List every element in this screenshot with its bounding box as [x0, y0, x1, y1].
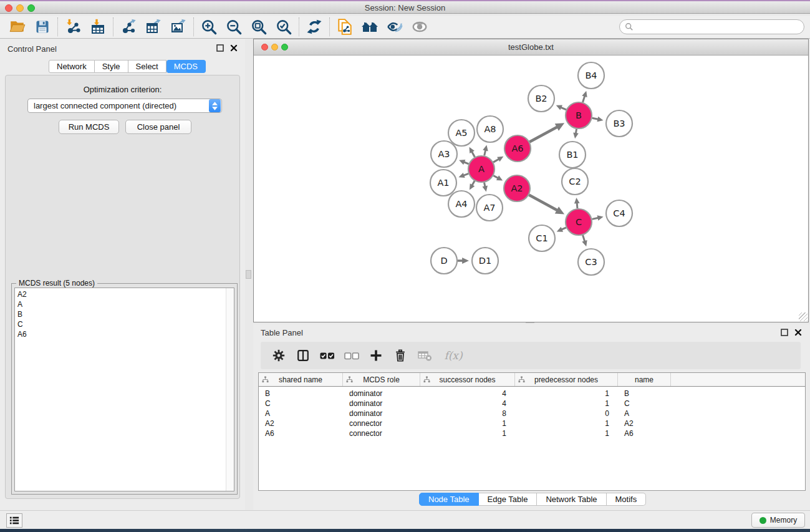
close-panel-icon[interactable]	[230, 44, 238, 52]
tab-network-table[interactable]: Network Table	[537, 493, 606, 506]
memory-button[interactable]: Memory	[751, 513, 805, 528]
edge-A-A6[interactable]	[493, 159, 499, 162]
close-panel-button[interactable]: Close panel	[125, 120, 191, 134]
column-header-shared-name[interactable]: shared name	[259, 373, 343, 386]
add-icon[interactable]	[367, 346, 385, 365]
cell-predecessor-nodes[interactable]: 0	[515, 409, 618, 418]
float-table-panel-icon[interactable]	[781, 329, 788, 336]
vertical-split-divider[interactable]	[245, 39, 253, 510]
edge-B-B4[interactable]	[583, 96, 585, 102]
cell-predecessor-nodes[interactable]: 1	[515, 399, 618, 409]
edge-A-A8[interactable]	[485, 150, 486, 156]
show-column-icon[interactable]	[294, 346, 312, 365]
cell-MCDS-role[interactable]: connector	[343, 418, 420, 428]
network-window-titlebar[interactable]: testGlobe.txt	[254, 39, 808, 56]
cell-name[interactable]: A6	[618, 428, 671, 438]
cell-successor-nodes[interactable]: 4	[420, 389, 515, 399]
tab-motifs[interactable]: Motifs	[607, 493, 647, 506]
edge-A2-C[interactable]	[529, 195, 557, 211]
edge-A-A1[interactable]	[463, 173, 468, 175]
home-layout-icon[interactable]	[357, 17, 382, 37]
task-history-button[interactable]	[6, 513, 22, 528]
refresh-icon[interactable]	[302, 17, 327, 37]
edge-B-B1[interactable]	[576, 129, 576, 133]
table-row[interactable]: Cdominator41C	[259, 399, 805, 409]
table-row[interactable]: Adominator80A	[259, 409, 805, 418]
edge-C-C1[interactable]	[561, 228, 566, 230]
mcds-result-item[interactable]: B	[15, 309, 234, 319]
export-table-icon[interactable]	[141, 17, 166, 37]
edge-C-C4[interactable]	[592, 218, 599, 219]
delete-icon[interactable]	[391, 346, 410, 365]
show-graphics-details-icon[interactable]	[382, 17, 407, 37]
edge-C-C2[interactable]	[577, 203, 577, 208]
mcds-result-item[interactable]: C	[15, 319, 234, 329]
save-session-icon[interactable]	[30, 17, 55, 37]
delete-table-icon[interactable]	[415, 346, 434, 365]
float-panel-icon[interactable]	[216, 44, 224, 52]
tab-style[interactable]: Style	[95, 60, 128, 73]
edge-A-A3[interactable]	[464, 162, 469, 164]
cell-MCDS-role[interactable]: dominator	[343, 399, 420, 409]
zoom-fit-icon[interactable]	[246, 17, 271, 37]
cell-shared-name[interactable]: C	[259, 399, 343, 409]
cell-MCDS-role[interactable]: dominator	[343, 389, 420, 399]
cell-successor-nodes[interactable]: 1	[420, 428, 515, 438]
mcds-result-item[interactable]: A	[15, 299, 234, 309]
cell-MCDS-role[interactable]: dominator	[343, 409, 420, 418]
import-network-icon[interactable]	[60, 17, 85, 37]
function-builder-icon[interactable]: f(x)	[440, 346, 467, 365]
cell-shared-name[interactable]: A2	[259, 418, 343, 428]
search-input[interactable]	[637, 22, 804, 31]
zoom-selected-icon[interactable]	[271, 17, 296, 37]
tab-select[interactable]: Select	[128, 60, 166, 73]
cell-predecessor-nodes[interactable]: 1	[515, 428, 618, 438]
cell-successor-nodes[interactable]: 1	[420, 418, 515, 428]
tab-mcds[interactable]: MCDS	[166, 60, 206, 73]
open-file-icon[interactable]	[5, 17, 30, 37]
table-row[interactable]: A6connector11A6	[259, 428, 805, 438]
edge-A-A7[interactable]	[485, 183, 485, 187]
column-header-name[interactable]: name	[618, 373, 671, 386]
tab-node-table[interactable]: Node Table	[419, 493, 479, 506]
cell-name[interactable]: A2	[618, 418, 671, 428]
tab-network[interactable]: Network	[49, 60, 95, 73]
mcds-list-scrollbar[interactable]	[226, 288, 234, 491]
cell-successor-nodes[interactable]: 8	[420, 409, 515, 418]
edge-A-A4[interactable]	[472, 181, 475, 185]
tab-edge-table[interactable]: Edge Table	[479, 493, 538, 506]
table-row[interactable]: A2connector11A2	[259, 418, 805, 428]
divider-drag-handle[interactable]	[246, 270, 251, 279]
table-row[interactable]: Bdominator41B	[259, 389, 805, 399]
search-field[interactable]	[619, 19, 804, 34]
cell-name[interactable]: A	[618, 409, 671, 418]
edge-B-B2[interactable]	[561, 107, 566, 110]
close-table-panel-icon[interactable]	[794, 329, 802, 336]
import-table-icon[interactable]	[85, 17, 110, 37]
hide-graphics-icon[interactable]	[407, 17, 432, 37]
window-resize-grip[interactable]	[799, 312, 808, 321]
cell-predecessor-nodes[interactable]: 1	[515, 418, 618, 428]
column-header-MCDS-role[interactable]: MCDS role	[343, 373, 420, 386]
column-header-successor-nodes[interactable]: successor nodes	[420, 373, 515, 386]
cell-shared-name[interactable]: A6	[259, 428, 343, 438]
cell-successor-nodes[interactable]: 4	[420, 399, 515, 409]
cell-name[interactable]: C	[618, 399, 671, 409]
mcds-result-item[interactable]: A2	[15, 289, 234, 299]
edge-C-C3[interactable]	[583, 235, 585, 241]
edge-A6-B[interactable]	[529, 127, 557, 142]
network-canvas[interactable]: B4B2BB3A5A8A6B1A3AC2A1A2A4A7C4CC1C3DD1	[254, 56, 808, 321]
copy-style-icon[interactable]	[332, 17, 357, 37]
edge-B-B3[interactable]	[592, 118, 599, 119]
run-mcds-button[interactable]: Run MCDS	[59, 120, 119, 134]
export-image-icon[interactable]	[166, 17, 191, 37]
cell-MCDS-role[interactable]: connector	[343, 428, 420, 438]
export-network-icon[interactable]	[116, 17, 141, 37]
criterion-select[interactable]: largest connected component (directed)	[27, 99, 222, 113]
edge-A-A2[interactable]	[493, 176, 498, 178]
deselect-all-checkboxes-icon[interactable]	[342, 346, 361, 365]
cell-predecessor-nodes[interactable]: 1	[515, 389, 618, 399]
cell-shared-name[interactable]: A	[259, 409, 343, 418]
cell-name[interactable]: B	[618, 389, 671, 399]
column-header-predecessor-nodes[interactable]: predecessor nodes	[515, 373, 618, 386]
